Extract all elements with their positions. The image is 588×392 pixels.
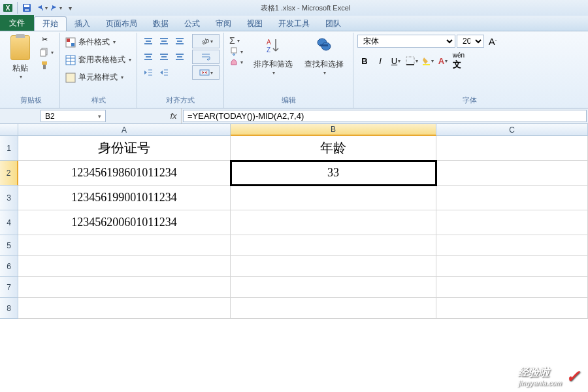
row-header-6[interactable]: 6 [0, 256, 18, 277]
cell-A3[interactable]: 123456199001011234 [18, 186, 231, 210]
cut-button[interactable]: ✂ [38, 34, 56, 44]
cell-B6[interactable] [231, 256, 436, 277]
tab-data[interactable]: 数据 [145, 16, 176, 31]
increase-font-button[interactable]: Aˆ [485, 34, 500, 48]
cell-A8[interactable] [18, 298, 231, 319]
svg-rect-4 [25, 9, 29, 11]
wrap-text-button[interactable] [192, 50, 220, 64]
orientation-button[interactable]: ab▾ [192, 34, 220, 48]
font-color-button[interactable]: A▾ [436, 54, 450, 68]
select-all-corner[interactable] [0, 124, 18, 136]
cell-B5[interactable] [231, 235, 436, 256]
cell-A6[interactable] [18, 256, 231, 277]
sort-filter-button[interactable]: AZ 排序和筛选 ▾ [248, 34, 298, 94]
border-button[interactable]: ▾ [404, 54, 419, 68]
cell-B1[interactable]: 年龄 [231, 136, 436, 161]
cell-A4[interactable]: 123456200601011234 [18, 210, 231, 235]
find-select-button[interactable]: 查找和选择 ▾ [299, 34, 349, 94]
spreadsheet-grid[interactable]: A B C 1 身份证号 年龄 2 123456198601011234 33 … [0, 124, 588, 319]
phonetic-button[interactable]: wén文 [451, 54, 466, 68]
cell-C5[interactable] [436, 235, 588, 256]
cell-C2[interactable] [436, 161, 588, 186]
format-table-button[interactable]: 套用表格格式▾ [64, 52, 133, 68]
qat-customize-icon[interactable]: ▾ [63, 1, 76, 14]
row-header-5[interactable]: 5 [0, 235, 18, 256]
svg-rect-8 [43, 65, 46, 69]
row-header-7[interactable]: 7 [0, 277, 18, 298]
col-header-C[interactable]: C [436, 124, 588, 136]
bold-button[interactable]: B [357, 54, 372, 68]
tab-home[interactable]: 开始 [34, 16, 67, 31]
cell-C3[interactable] [436, 186, 588, 210]
align-left-button[interactable] [141, 50, 155, 64]
cell-B2[interactable]: 33 [231, 161, 436, 186]
tab-team[interactable]: 团队 [318, 16, 349, 31]
italic-button[interactable]: I [373, 54, 387, 68]
copy-button[interactable]: ▾ [38, 47, 56, 57]
save-icon[interactable] [20, 1, 33, 14]
row-header-3[interactable]: 3 [0, 186, 18, 210]
align-top-button[interactable] [141, 34, 155, 48]
clear-button[interactable]: ▾ [229, 57, 243, 67]
underline-button[interactable]: U▾ [389, 54, 403, 68]
row-header-1[interactable]: 1 [0, 136, 18, 161]
title-bar: X ▾ ▾ ▾ 表格1 .xlsx - Microsoft Excel [0, 0, 588, 16]
excel-icon[interactable]: X [1, 1, 14, 14]
decrease-indent-button[interactable] [141, 67, 155, 78]
cell-C8[interactable] [436, 298, 588, 319]
tab-insert[interactable]: 插入 [67, 16, 98, 31]
cell-B3[interactable] [231, 186, 436, 210]
undo-icon[interactable]: ▾ [35, 1, 48, 14]
formula-input[interactable]: =YEAR(TODAY())-MID(A2,7,4) [183, 110, 587, 122]
font-name-select[interactable]: 宋体 [357, 35, 455, 48]
cell-B4[interactable] [231, 210, 436, 235]
name-box-dropdown-icon[interactable]: ▾ [98, 113, 101, 120]
cell-C6[interactable] [436, 256, 588, 277]
redo-icon[interactable]: ▾ [49, 1, 62, 14]
row-header-4[interactable]: 4 [0, 210, 18, 235]
fill-color-button[interactable]: ▾ [420, 54, 434, 68]
align-center-button[interactable] [157, 50, 171, 64]
conditional-format-button[interactable]: 条件格式▾ [64, 34, 133, 50]
tab-page-layout[interactable]: 页面布局 [98, 16, 145, 31]
cell-B7[interactable] [231, 277, 436, 298]
tab-file[interactable]: 文件 [0, 15, 34, 31]
cell-styles-button[interactable]: 单元格样式▾ [64, 69, 133, 86]
cell-C7[interactable] [436, 277, 588, 298]
cell-A5[interactable] [18, 235, 231, 256]
fill-button[interactable]: ▾ [229, 47, 243, 56]
svg-rect-7 [42, 61, 47, 65]
tab-view[interactable]: 视图 [239, 16, 270, 31]
format-painter-button[interactable] [38, 60, 56, 71]
check-icon: ✓ [566, 367, 580, 387]
cell-C4[interactable] [436, 210, 588, 235]
col-header-B[interactable]: B [231, 124, 436, 136]
align-right-button[interactable] [172, 50, 187, 64]
align-middle-button[interactable] [157, 34, 171, 48]
name-box[interactable]: B2 ▾ [41, 110, 106, 122]
brush-icon [40, 61, 49, 70]
tab-developer[interactable]: 开发工具 [270, 16, 318, 31]
tab-formulas[interactable]: 公式 [176, 16, 208, 31]
font-size-select[interactable]: 20 [457, 35, 484, 48]
col-header-A[interactable]: A [18, 124, 231, 136]
paste-button[interactable]: 粘贴 ▾ [7, 34, 34, 94]
alignment-group-label: 对齐方式 [141, 94, 220, 106]
autosum-button[interactable]: Σ▾ [229, 35, 243, 46]
row-header-2[interactable]: 2 [0, 161, 18, 186]
cut-icon: ✂ [40, 35, 49, 44]
align-bottom-button[interactable] [172, 34, 187, 48]
cell-C1[interactable] [436, 136, 588, 161]
increase-indent-button[interactable] [157, 67, 171, 78]
tab-review[interactable]: 审阅 [208, 16, 239, 31]
svg-text:ab: ab [201, 37, 209, 46]
paste-icon [10, 35, 30, 60]
fx-button[interactable]: fx [166, 108, 182, 123]
merge-cells-button[interactable]: ▾ [192, 65, 220, 80]
row-header-8[interactable]: 8 [0, 298, 18, 319]
cell-A7[interactable] [18, 277, 231, 298]
group-styles: 条件格式▾ 套用表格格式▾ 单元格样式▾ 样式 [60, 33, 137, 108]
cell-B8[interactable] [231, 298, 436, 319]
cell-A1[interactable]: 身份证号 [18, 136, 231, 161]
cell-A2[interactable]: 123456198601011234 [18, 161, 231, 186]
